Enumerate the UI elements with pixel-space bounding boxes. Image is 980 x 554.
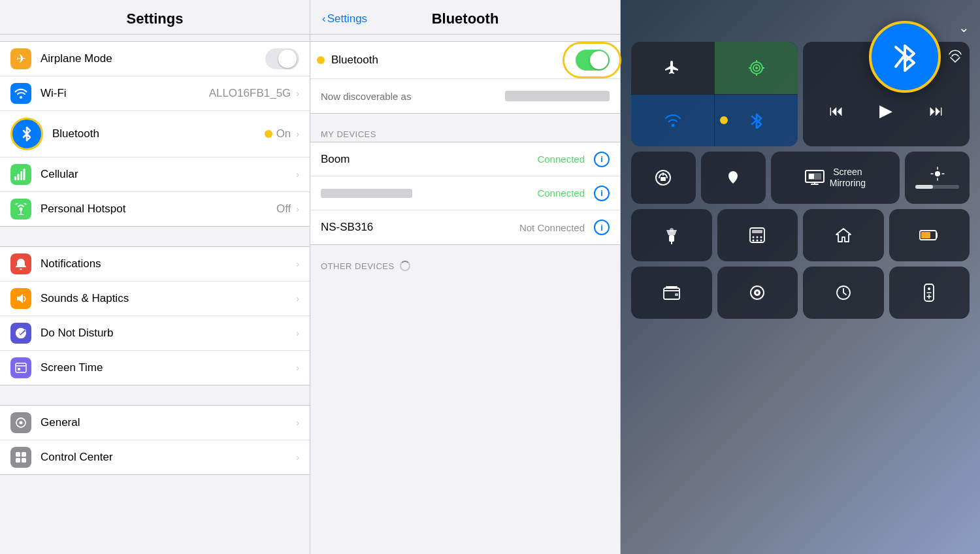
airplane-mode-toggle[interactable] <box>265 48 299 69</box>
dnd-chevron: › <box>296 328 299 338</box>
bluetooth-icon-highlight <box>10 118 43 150</box>
cc-torch-btn[interactable] <box>631 209 712 261</box>
cellular-row[interactable]: Cellular › <box>0 157 310 192</box>
svg-rect-15 <box>16 458 20 463</box>
device-ns-status: Not Connected <box>519 222 585 233</box>
svg-point-24 <box>671 124 674 127</box>
svg-point-45 <box>760 240 762 242</box>
airplane-mode-label: Airplane Mode <box>41 52 265 65</box>
device-ns-info[interactable]: i <box>594 220 610 235</box>
toggle-dot-annotation <box>317 56 325 64</box>
bluetooth-dot-annotation <box>265 130 272 138</box>
cc-music-controls: ⏮ ▶ ⏭ <box>811 83 962 138</box>
back-chevron: ‹ <box>322 12 326 25</box>
airplay-icon[interactable] <box>949 50 962 63</box>
bluetooth-toggle[interactable] <box>576 50 610 71</box>
settings-title: Settings <box>0 10 310 27</box>
cc-home-btn[interactable] <box>803 209 884 261</box>
dnd-icon <box>10 323 31 344</box>
cc-screen-mirroring-label: ScreenMirroring <box>830 167 866 189</box>
control-center-panel: ⌄ <box>621 0 980 554</box>
cc-bluetooth-btn[interactable] <box>715 95 798 147</box>
cellular-label: Cellular <box>41 168 296 181</box>
device-boom-row[interactable]: Boom Connected i <box>310 142 620 176</box>
cc-remote-btn[interactable] <box>889 267 970 319</box>
cc-rotation-lock-btn[interactable] <box>631 152 696 204</box>
svg-point-40 <box>753 236 755 238</box>
bluetooth-toggle-container <box>576 50 610 71</box>
music-prev-btn[interactable]: ⏮ <box>829 103 843 120</box>
bluetooth-toggle-section: Bluetooth Now discoverable as <box>310 41 620 114</box>
cc-battery-btn[interactable] <box>889 209 970 261</box>
bluetooth-detail-panel: ‹ Settings Bluetooth Bluetooth Now disco… <box>310 0 621 554</box>
device-ns-row[interactable]: NS-SB316 Not Connected i <box>310 210 620 244</box>
bluetooth-big-circle-annotation <box>869 21 941 93</box>
cc-camera-btn[interactable] <box>717 267 798 319</box>
general-row[interactable]: General › <box>0 406 310 440</box>
brightness-icon <box>930 167 945 181</box>
cc-clock-btn[interactable] <box>803 267 884 319</box>
divider-1 <box>0 227 310 240</box>
wifi-row[interactable]: Wi-Fi ALLO16FB1_5G › <box>0 76 310 111</box>
sounds-icon <box>10 288 31 309</box>
bluetooth-page-title: Bluetooth <box>432 10 499 27</box>
settings-header: Settings <box>0 0 310 35</box>
music-next-btn[interactable]: ⏭ <box>929 103 943 120</box>
sounds-row[interactable]: Sounds & Haptics › <box>0 282 310 316</box>
cc-volume-row <box>631 209 970 261</box>
device-boom-name: Boom <box>321 153 537 166</box>
other-devices-header-row: OTHER DEVICES <box>310 255 620 274</box>
svg-rect-29 <box>809 174 814 179</box>
cc-airplane-btn[interactable] <box>631 42 714 94</box>
back-button[interactable]: ‹ Settings <box>321 12 367 25</box>
general-label: General <box>41 416 296 429</box>
control-center-icon <box>10 447 31 468</box>
svg-marker-7 <box>17 294 23 303</box>
personal-hotspot-row[interactable]: Personal Hotspot Off › <box>0 192 310 226</box>
svg-point-37 <box>670 228 674 232</box>
svg-rect-0 <box>14 176 16 180</box>
cc-dnd-btn[interactable] <box>701 152 766 204</box>
hotspot-icon <box>10 199 31 220</box>
svg-rect-13 <box>16 452 20 457</box>
cc-wifi-btn[interactable] <box>631 95 714 147</box>
bluetooth-row[interactable]: Bluetooth On › <box>0 111 310 157</box>
torch-icon <box>665 226 678 244</box>
control-center-label: Control Center <box>41 451 296 464</box>
settings-group-2: Notifications › Sounds & Haptics › Do No… <box>0 246 310 385</box>
hotspot-chevron: › <box>296 204 299 214</box>
svg-rect-16 <box>22 458 26 463</box>
cc-cellular-btn[interactable] <box>715 42 798 94</box>
dnd-icon <box>724 169 742 187</box>
device-blurred-info[interactable]: i <box>594 186 610 201</box>
settings-panel: Settings ✈ Airplane Mode Wi-Fi ALLO16FB1… <box>0 0 310 554</box>
airplane-mode-row[interactable]: ✈ Airplane Mode <box>0 42 310 76</box>
device-boom-info[interactable]: i <box>594 152 610 167</box>
screen-time-row[interactable]: Screen Time › <box>0 351 310 385</box>
wifi-value: ALLO16FB1_5G <box>209 87 291 100</box>
searching-spinner <box>400 261 410 271</box>
home-icon <box>835 227 852 244</box>
dnd-row[interactable]: Do Not Disturb › <box>0 316 310 351</box>
cc-wallet-btn[interactable] <box>631 267 712 319</box>
calculator-icon <box>749 227 766 244</box>
discoverable-value <box>505 91 610 101</box>
bluetooth-toggle-row[interactable]: Bluetooth <box>310 42 620 79</box>
bluetooth-value: On <box>276 127 291 140</box>
control-center-row[interactable]: Control Center › <box>0 440 310 474</box>
camera-icon <box>749 284 766 301</box>
my-devices-section: Boom Connected i Connected i NS-SB316 No… <box>310 142 620 245</box>
svg-rect-1 <box>18 174 20 180</box>
back-label: Settings <box>327 12 367 25</box>
cc-calculator-btn[interactable] <box>717 209 798 261</box>
notifications-row[interactable]: Notifications › <box>0 247 310 282</box>
music-play-btn[interactable]: ▶ <box>879 101 892 121</box>
svg-rect-10 <box>18 368 20 370</box>
svg-point-19 <box>755 67 758 69</box>
device-blurred-row[interactable]: Connected i <box>310 176 620 210</box>
dnd-label: Do Not Disturb <box>41 327 296 340</box>
cc-brightness-btn[interactable] <box>905 152 970 204</box>
cc-screen-mirroring-btn[interactable]: ScreenMirroring <box>771 152 900 204</box>
svg-rect-39 <box>752 230 762 233</box>
svg-point-41 <box>757 236 759 238</box>
